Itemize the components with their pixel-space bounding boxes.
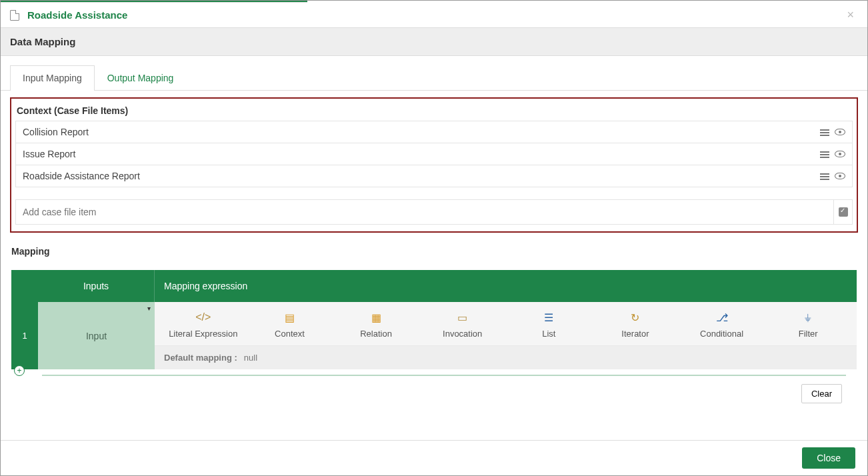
- clear-button[interactable]: Clear: [801, 384, 842, 403]
- close-button[interactable]: Close: [802, 447, 855, 469]
- case-file-item-label: Issue Report: [23, 149, 820, 159]
- tool-label: Invocation: [443, 329, 482, 339]
- reorder-icon[interactable]: [820, 150, 829, 158]
- tool-conditional[interactable]: ⎇ Conditional: [685, 311, 759, 339]
- tool-invocation[interactable]: ▭ Invocation: [426, 311, 499, 339]
- case-file-item-row[interactable]: Roadside Assistance Report: [15, 165, 853, 187]
- title-bar: Roadside Assistance ×: [1, 3, 867, 28]
- tool-label: Filter: [799, 329, 818, 339]
- add-confirm-button[interactable]: [833, 200, 852, 224]
- mapping-table-header: Inputs Mapping expression: [11, 270, 857, 302]
- context-heading: Context (Case File Items): [15, 103, 853, 121]
- eye-icon[interactable]: [835, 129, 845, 135]
- eye-icon[interactable]: [835, 173, 845, 179]
- section-header: Data Mapping: [1, 28, 867, 56]
- expression-toolbar: </> Literal Expression ▤ Context ▦ Relat…: [155, 302, 857, 346]
- tool-filter[interactable]: ⏚ Filter: [771, 311, 845, 339]
- context-icon: ▤: [285, 311, 295, 323]
- mapping-row: 1 Input ▾ </> Literal Expression ▤ Conte…: [11, 302, 857, 369]
- tool-iterator[interactable]: ↻ Iterator: [599, 311, 672, 339]
- iterator-icon: ↻: [631, 311, 639, 323]
- conditional-icon: ⎇: [716, 311, 728, 323]
- col-inputs-header: Inputs: [38, 270, 155, 302]
- close-icon[interactable]: ×: [843, 8, 858, 22]
- col-expression-header: Mapping expression: [155, 270, 857, 302]
- eye-icon[interactable]: [835, 151, 845, 157]
- case-file-item-label: Collision Report: [23, 127, 820, 137]
- default-mapping-value: null: [244, 353, 257, 363]
- invocation-icon: ▭: [457, 311, 467, 323]
- case-file-item-label: Roadside Assistance Report: [23, 171, 820, 181]
- mapping-table: Inputs Mapping expression 1 Input ▾ </> …: [11, 270, 857, 369]
- tool-label: Context: [275, 329, 305, 339]
- tool-list[interactable]: ☰ List: [512, 311, 585, 339]
- mapping-heading: Mapping: [1, 239, 867, 259]
- tool-label: List: [542, 329, 555, 339]
- add-case-file-item-row: [15, 199, 853, 225]
- add-row-button[interactable]: +: [14, 365, 25, 376]
- tool-literal-expression[interactable]: </> Literal Expression: [167, 311, 240, 339]
- mapping-area: Inputs Mapping expression 1 Input ▾ </> …: [1, 259, 867, 403]
- case-file-item-row[interactable]: Issue Report: [15, 143, 853, 165]
- reorder-icon[interactable]: [820, 172, 829, 180]
- filter-icon: ⏚: [805, 311, 811, 323]
- tool-label: Conditional: [700, 329, 743, 339]
- code-icon: </>: [195, 311, 211, 323]
- input-cell-label: Input: [86, 331, 107, 341]
- tool-label: Literal Expression: [169, 329, 237, 339]
- list-icon: ☰: [544, 311, 553, 323]
- tool-label: Relation: [360, 329, 392, 339]
- row-number: 1: [11, 302, 38, 369]
- tab-output-mapping[interactable]: Output Mapping: [95, 65, 187, 91]
- tab-input-mapping[interactable]: Input Mapping: [10, 65, 95, 91]
- context-panel: Context (Case File Items) Collision Repo…: [10, 97, 858, 233]
- page-title: Roadside Assistance: [27, 9, 127, 21]
- input-cell[interactable]: Input ▾: [38, 302, 155, 369]
- chevron-down-icon[interactable]: ▾: [147, 305, 151, 312]
- reorder-icon[interactable]: [820, 128, 829, 136]
- default-mapping-row: Default mapping : null: [155, 346, 857, 369]
- tabs: Input Mapping Output Mapping: [1, 56, 867, 91]
- tool-relation[interactable]: ▦ Relation: [339, 311, 413, 339]
- tool-label: Iterator: [621, 329, 649, 339]
- add-case-file-item-input[interactable]: [16, 200, 833, 224]
- expression-cell: </> Literal Expression ▤ Context ▦ Relat…: [155, 302, 857, 369]
- tool-context[interactable]: ▤ Context: [253, 311, 326, 339]
- case-file-item-row[interactable]: Collision Report: [15, 121, 853, 143]
- relation-icon: ▦: [371, 311, 381, 323]
- default-mapping-label: Default mapping :: [164, 353, 237, 363]
- dialog-footer: Close: [1, 440, 867, 475]
- document-icon: [10, 10, 19, 21]
